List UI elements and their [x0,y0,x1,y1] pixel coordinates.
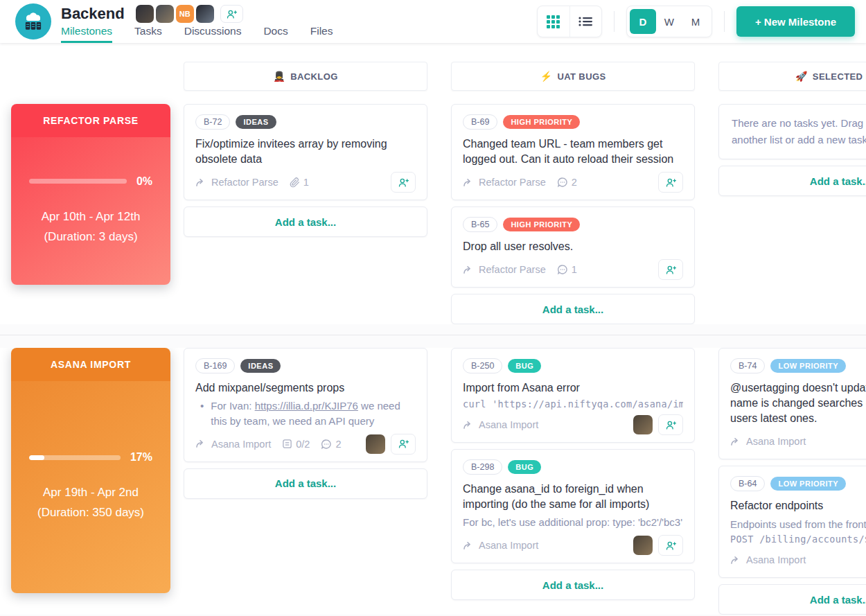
assignee-avatar[interactable] [366,434,385,454]
avatar[interactable]: NB [176,5,194,23]
progress-bar [29,179,127,184]
scale-day-button[interactable]: D [630,9,656,34]
redirect-arrow-icon [463,265,473,274]
tab-docs[interactable]: Docs [263,25,288,43]
task-card[interactable]: B-250 BUG Import from Asana error curl '… [451,348,695,443]
avatar[interactable] [196,5,214,23]
column-title: UAT BUGS [557,71,606,82]
add-task-button[interactable]: Add a task... [184,468,427,499]
tab-files[interactable]: Files [310,25,333,43]
column-header-selected-for[interactable]: 🚀 SELECTED FOR [718,62,866,91]
milestone-card-refactor-parse[interactable]: REFACTOR PARSE 0% Apr 10th - Apr 12th (D… [11,104,170,285]
person-add-icon [665,177,677,188]
comment-icon [557,264,568,275]
assignee-avatar[interactable] [633,415,653,434]
assign-button[interactable] [658,414,683,435]
milestone-name: REFACTOR PARSE [11,104,170,137]
assign-button[interactable] [658,259,683,280]
scale-month-button[interactable]: M [682,9,709,34]
comment-count: 1 [557,264,577,275]
column-title: SELECTED FOR [813,71,866,82]
paperclip-icon [290,177,300,188]
add-task-button[interactable]: Add a task... [718,584,866,615]
task-id-badge: B-65 [463,217,497,232]
tab-discussions[interactable]: Discussions [184,25,242,43]
scale-week-button[interactable]: W [656,9,682,34]
column-header-backlog[interactable]: 💂 BACKLOG [184,62,427,91]
task-id-badge: B-64 [730,476,765,491]
subtask-count: 0/2 [282,439,310,450]
task-card[interactable]: B-298 BUG Change asana_id to foreign_id … [451,449,695,563]
board-cell: B-72 IDEAS Fix/optimize invitees array b… [184,104,427,237]
grid-view-button[interactable] [538,6,569,37]
assign-button[interactable] [391,172,416,193]
milestone-row: ASANA IMPORT 17% Apr 19th - Apr 2nd (Dur… [0,348,866,615]
task-tag-badge: IDEAS [240,359,281,373]
assign-button[interactable] [658,535,683,556]
progress-percent: 17% [130,451,152,464]
board-cell: There are no tasks yet. Drag them from a… [718,104,866,196]
rocket-emoji-icon: 🚀 [795,71,808,82]
task-milestone-link[interactable]: Refactor Parse [463,177,546,188]
board-cell: B-69 HIGH PRIORITY Changed team URL - te… [451,104,695,324]
assign-button[interactable] [658,172,683,193]
task-title: Import from Asana error [463,380,683,396]
milestone-dates: Apr 19th - Apr 2nd [29,483,152,503]
column-header-uat-bugs[interactable]: ⚡ UAT BUGS [451,62,695,91]
task-card[interactable]: B-72 IDEAS Fix/optimize invitees array b… [184,104,427,200]
person-add-icon [398,439,409,449]
time-scale-toggle: D W M [626,6,712,37]
column-title: BACKLOG [290,71,338,82]
task-card[interactable]: B-65 HIGH PRIORITY Drop all user resolve… [451,206,695,288]
milestone-board: 💂 BACKLOG ⚡ UAT BUGS 🚀 SELECTED FOR REFA… [0,43,866,616]
task-tag-badge: LOW PRIORITY [770,359,846,373]
list-view-button[interactable] [569,6,601,37]
member-avatars: NB [136,5,214,23]
task-card[interactable]: B-64 LOW PRIORITY Refactor endpoints End… [718,466,866,578]
task-code-snippet: POST /billing/accounts/${ [730,534,866,545]
project-tabs: Milestones Tasks Discussions Docs Files [61,25,333,43]
task-id-badge: B-74 [730,358,765,373]
view-toggle [537,6,602,37]
cloud-server-icon [21,10,46,33]
project-logo[interactable] [15,3,51,39]
task-milestone-link[interactable]: Asana Import [463,540,538,551]
task-link[interactable]: https://illia.d.pr/KJIP76 [255,400,358,412]
new-milestone-button[interactable]: + New Milestone [736,6,855,37]
task-milestone-link[interactable]: Asana Import [730,436,806,447]
board-cell: B-169 IDEAS Add mixpanel/segments props … [184,348,427,499]
avatar[interactable] [136,5,154,23]
comment-icon [557,177,568,188]
milestone-name: ASANA IMPORT [11,348,170,381]
milestone-card-asana-import[interactable]: ASANA IMPORT 17% Apr 19th - Apr 2nd (Dur… [11,348,170,593]
task-milestone-link[interactable]: Asana Import [463,419,538,430]
tab-tasks[interactable]: Tasks [134,25,162,43]
task-milestone-link[interactable]: Refactor Parse [195,177,279,188]
divider [614,11,615,32]
list-icon [578,16,593,27]
invite-member-button[interactable] [220,5,243,23]
task-card[interactable]: B-169 IDEAS Add mixpanel/segments props … [184,348,427,462]
task-milestone-link[interactable]: Asana Import [195,439,271,450]
task-card[interactable]: B-69 HIGH PRIORITY Changed team URL - te… [451,104,695,200]
add-task-button[interactable]: Add a task... [451,294,695,324]
task-milestone-link[interactable]: Asana Import [730,554,806,565]
avatar[interactable] [156,5,174,23]
task-card[interactable]: B-74 LOW PRIORITY @usertagging doesn't u… [718,348,866,459]
assignee-avatar[interactable] [633,536,653,555]
assign-button[interactable] [391,434,416,455]
task-title: Refactor endpoints [730,498,866,513]
add-task-button[interactable]: Add a task... [718,166,866,196]
task-milestone-link[interactable]: Refactor Parse [463,264,546,275]
comment-icon [321,439,332,450]
add-task-button[interactable]: Add a task... [184,206,427,237]
comment-count: 2 [557,177,577,188]
grid-icon [547,15,560,28]
task-tag-badge: IDEAS [236,115,276,129]
task-description: • For Ivan: https://illia.d.pr/KJIP76 we… [195,398,416,429]
redirect-arrow-icon [730,437,741,446]
tab-milestones[interactable]: Milestones [61,25,112,43]
board-cell: B-74 LOW PRIORITY @usertagging doesn't u… [718,348,866,615]
add-task-button[interactable]: Add a task... [451,570,695,600]
task-tag-badge: BUG [508,460,541,474]
